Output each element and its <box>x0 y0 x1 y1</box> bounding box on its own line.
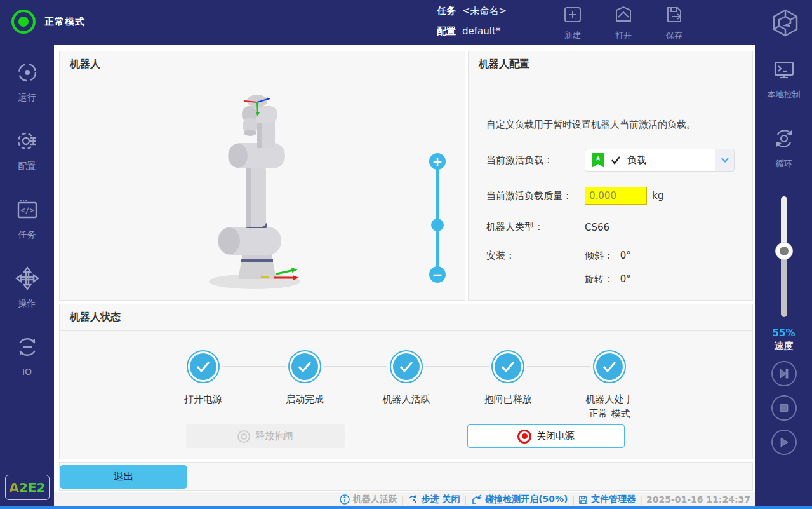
save-button[interactable]: 保存 <box>660 5 688 41</box>
speed-slider-thumb[interactable] <box>775 242 793 260</box>
left-sidebar: 运行 配置 </> 任务 操作 <box>0 45 54 506</box>
collision-icon <box>470 494 482 505</box>
step-mode-status[interactable]: 步进 关闭 <box>408 494 460 505</box>
config-value: default* <box>462 27 500 36</box>
top-bar: 正常模式 任务 <未命名> 配置 default* 新建 <box>0 0 812 45</box>
mount-label: 安装： <box>486 250 585 262</box>
local-control-button[interactable]: 本地控制 <box>768 59 801 100</box>
file-actions: 新建 打开 保存 <box>559 5 688 41</box>
save-icon <box>663 5 685 28</box>
robot-serial-badge: A2E2 <box>5 475 50 500</box>
robot-config-title: 机器人配置 <box>469 51 752 78</box>
sidebar-item-task[interactable]: </> 任务 <box>15 198 39 241</box>
robot-config-panel: 机器人配置 自定义负载用于暂时设置机器人当前激活的负载。 当前激活负载： ★ 负… <box>468 51 753 301</box>
step-forward-button[interactable] <box>771 361 797 386</box>
step-label: 机器人处于 正常 模式 <box>586 392 634 421</box>
run-icon <box>15 60 39 87</box>
move-arrows-icon <box>15 266 39 293</box>
open-button-label: 打开 <box>615 30 632 41</box>
io-cycle-icon <box>15 335 39 362</box>
active-load-value: 负载 <box>627 154 646 166</box>
power-off-label: 关闭电源 <box>536 430 575 442</box>
zoom-out-button[interactable]: − <box>429 266 446 283</box>
active-load-mass-label: 当前激活负载质量： <box>486 190 585 202</box>
robot-status-title: 机器人状态 <box>60 304 752 331</box>
check-icon <box>611 156 621 165</box>
tilt-label: 倾斜： <box>585 250 613 261</box>
collision-detection-status[interactable]: 碰撞检测开启(50%) <box>470 494 568 505</box>
file-manager-status[interactable]: 文件管理器 <box>578 494 636 505</box>
new-button-label: 新建 <box>564 30 581 41</box>
right-sidebar: 本地控制 循环 55% 速度 <box>755 45 812 506</box>
task-value: <未命名> <box>462 6 507 16</box>
zoom-slider-thumb[interactable] <box>431 219 444 231</box>
robot-status-panel: 机器人状态 打开电源 启动完成 机器人活跃 抱闸已释放 <box>59 304 753 459</box>
status-bar: 机器人活跃 | 步进 关闭 | 碰撞检测开启(50%) | 文件管理器 | 20… <box>54 492 755 506</box>
terminal-icon <box>771 59 797 85</box>
play-button[interactable] <box>771 430 797 455</box>
check-circle-icon <box>491 350 524 383</box>
normal-mode-icon <box>11 10 36 34</box>
check-circle-icon <box>288 350 321 383</box>
power-off-icon <box>517 430 531 444</box>
new-button[interactable]: 新建 <box>559 5 587 41</box>
robot-3d-viewport[interactable]: + − <box>60 78 465 304</box>
active-load-label: 当前激活负载： <box>486 154 585 166</box>
loop-icon <box>771 126 797 154</box>
step-brake-released: 抱闸已释放 <box>457 350 559 421</box>
step-startup-complete: 启动完成 <box>254 350 356 421</box>
local-control-label: 本地控制 <box>768 89 801 100</box>
sidebar-item-run[interactable]: 运行 <box>15 60 39 104</box>
robot-serial-label: A2E2 <box>10 480 46 495</box>
speed-label: 速度 <box>775 340 794 352</box>
sidebar-item-operate-label: 操作 <box>18 298 36 309</box>
rotation-value: 0° <box>620 273 631 285</box>
speed-percent: 55% <box>773 327 795 339</box>
sidebar-item-task-label: 任务 <box>18 229 36 241</box>
speed-slider[interactable] <box>781 196 787 317</box>
power-off-button[interactable]: 关闭电源 <box>467 424 625 448</box>
rotation-label: 旋转： <box>585 273 613 285</box>
sidebar-item-io[interactable]: IO <box>15 335 39 377</box>
zoom-in-button[interactable]: + <box>429 153 446 170</box>
main-content: 机器人 <box>54 45 755 506</box>
release-brake-label: 释放抱闸 <box>255 430 293 442</box>
loop-label: 循环 <box>776 158 792 170</box>
tilt-value: 0° <box>620 250 631 261</box>
check-circle-icon <box>593 350 626 383</box>
bottom-accent-line <box>0 506 812 509</box>
code-window-icon: </> <box>15 198 39 224</box>
task-config-block: 任务 <未命名> 配置 default* <box>437 6 507 47</box>
active-load-dropdown[interactable]: ★ 负载 <box>585 149 735 172</box>
active-load-mass-input[interactable] <box>585 187 647 205</box>
robot-panel-title: 机器人 <box>60 51 465 78</box>
check-circle-icon <box>187 350 220 383</box>
brand-logo-icon <box>770 8 801 38</box>
exit-button[interactable]: 退出 <box>60 465 187 489</box>
robot-panel: 机器人 <box>59 51 465 301</box>
step-label: 抱闸已释放 <box>484 392 532 407</box>
svg-text:</>: </> <box>20 206 34 215</box>
play-icon <box>778 437 790 448</box>
step-power-on: 打开电源 <box>152 350 254 421</box>
open-button[interactable]: 打开 <box>609 5 637 41</box>
mode-indicator[interactable]: 正常模式 <box>11 10 85 34</box>
stop-icon <box>779 403 789 413</box>
save-button-label: 保存 <box>666 30 682 41</box>
open-file-icon <box>613 5 634 28</box>
step-label: 机器人活跃 <box>383 392 430 407</box>
sidebar-item-config[interactable]: 配置 <box>15 129 39 172</box>
step-robot-active: 机器人活跃 <box>356 350 457 421</box>
zoom-track[interactable] <box>436 161 439 275</box>
loop-button[interactable]: 循环 <box>771 126 797 170</box>
release-brake-button[interactable]: 释放抱闸 <box>186 424 345 448</box>
dropdown-chevron[interactable] <box>715 149 734 171</box>
step-label: 启动完成 <box>286 392 324 407</box>
step-normal-mode: 机器人处于 正常 模式 <box>559 350 660 421</box>
robot-arm-render <box>191 90 331 299</box>
stop-button[interactable] <box>771 395 797 421</box>
sidebar-item-operate[interactable]: 操作 <box>15 266 39 309</box>
step-mode-icon <box>408 494 418 505</box>
status-stepper: 打开电源 启动完成 机器人活跃 抱闸已释放 机器人处于 <box>152 350 752 421</box>
robot-type-label: 机器人类型： <box>486 221 585 233</box>
